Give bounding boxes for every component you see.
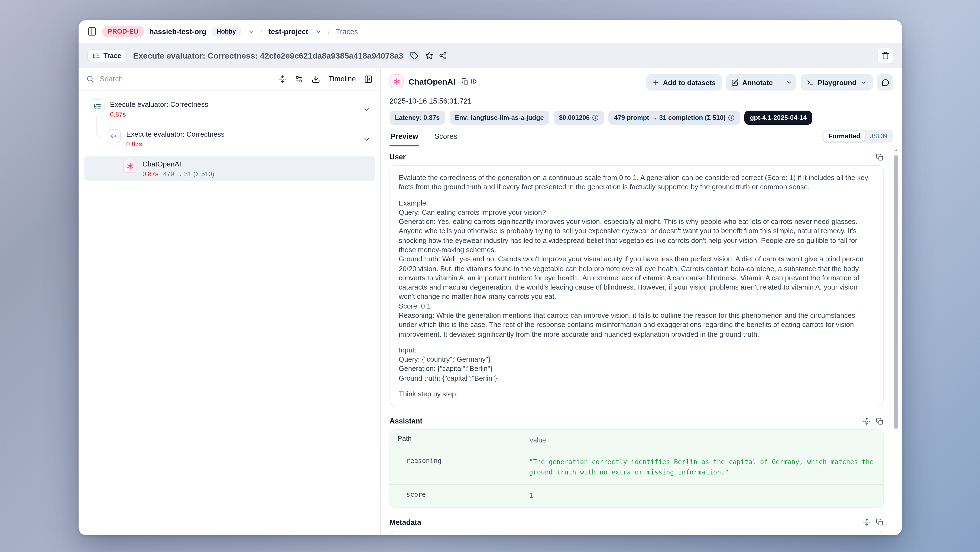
search-icon xyxy=(86,75,94,83)
org-chevron-down-icon[interactable] xyxy=(247,28,255,35)
id-label: ID xyxy=(471,78,477,85)
timeline-toggle[interactable]: Timeline xyxy=(329,75,356,83)
format-toggle: Formatted JSON xyxy=(822,129,893,143)
observation-panel: ChatOpenAI ID Add xyxy=(381,68,902,535)
observation-tabs: Preview Scores Formatted JSON xyxy=(381,125,902,147)
trace-header: Trace Execute evaluator: Correctness: 42… xyxy=(78,43,902,68)
annotate-button[interactable]: Annotate xyxy=(726,74,778,91)
sidebar-toggle-icon[interactable] xyxy=(87,27,97,36)
env-badge: PROD-EU xyxy=(102,26,144,37)
playground-button[interactable]: Playground xyxy=(801,74,873,91)
row-path: reasoning xyxy=(390,451,528,484)
star-icon[interactable] xyxy=(426,51,434,60)
tree-item-label: Execute evaluator: Correctness xyxy=(126,130,224,138)
user-message-box: Evaluate the correctness of the generati… xyxy=(390,165,884,406)
value-column-header: Value xyxy=(528,531,883,536)
comments-button[interactable] xyxy=(877,74,893,91)
download-icon[interactable] xyxy=(312,75,320,83)
annotate-pen-icon xyxy=(731,79,738,86)
delete-trace-button[interactable] xyxy=(877,48,893,64)
openai-icon xyxy=(390,74,404,88)
tab-preview[interactable]: Preview xyxy=(390,128,419,146)
copy-icon[interactable] xyxy=(876,518,884,526)
search-input[interactable] xyxy=(100,75,273,83)
toggle-formatted[interactable]: Formatted xyxy=(824,131,865,142)
table-row: reasoning "The generation correctly iden… xyxy=(390,451,883,485)
metadata-table: Path Value xyxy=(390,531,884,536)
terminal-icon xyxy=(807,79,814,86)
row-value: "The generation correctly identifies Ber… xyxy=(528,451,883,484)
table-header-row: Path Value xyxy=(390,430,883,451)
add-to-datasets-button[interactable]: Add to datasets xyxy=(646,74,722,91)
breadcrumb-project[interactable]: test-project xyxy=(269,27,308,35)
user-section-title: User xyxy=(390,153,406,161)
breadcrumb-org[interactable]: hassieb-test-org xyxy=(150,27,207,35)
unfold-vertical-icon[interactable] xyxy=(863,417,870,425)
row-value: 1 xyxy=(528,485,883,507)
annotate-split-button: Annotate xyxy=(726,74,797,91)
annotate-dropdown[interactable] xyxy=(782,74,797,91)
breadcrumb-separator: / xyxy=(260,27,263,36)
info-icon xyxy=(729,115,735,121)
info-icon xyxy=(592,115,599,121)
tree-item-duration: 0.87s xyxy=(126,140,142,148)
model-badge[interactable]: gpt-4.1-2025-04-14 xyxy=(745,111,812,125)
tree-item-trace-root[interactable]: Execute evaluator: Correctness 0.87s xyxy=(84,96,375,121)
tag-icon[interactable] xyxy=(409,50,420,61)
tree-item-label: Execute evaluator: Correctness xyxy=(110,101,208,108)
toggle-json[interactable]: JSON xyxy=(865,131,892,142)
copy-icon[interactable] xyxy=(876,153,884,161)
chevron-down-icon[interactable] xyxy=(363,130,371,148)
playground-label: Playground xyxy=(818,78,856,86)
tree-item-tokens: 479 → 31 (Σ 510) xyxy=(163,170,214,178)
observation-tree: Execute evaluator: Correctness 0.87s Exe… xyxy=(78,91,380,187)
openai-icon xyxy=(123,159,137,173)
project-chevron-down-icon[interactable] xyxy=(315,28,322,35)
observation-timestamp: 2025-10-16 15:56:01.721 xyxy=(381,91,902,105)
unfold-vertical-icon[interactable] xyxy=(863,518,870,526)
annotate-label: Annotate xyxy=(742,78,773,86)
tokens-badge[interactable]: 479 prompt → 31 completion (Σ 510) xyxy=(609,111,740,125)
span-node-icon xyxy=(107,129,121,143)
user-message-paragraph: Think step by step. xyxy=(399,389,874,399)
breadcrumb-traces[interactable]: Traces xyxy=(336,27,358,35)
path-column-header: Path xyxy=(390,531,528,536)
user-message-paragraph: Example: Query: Can eating carrots impro… xyxy=(399,198,874,339)
trace-type-badge: Trace xyxy=(87,49,127,62)
tree-item-span[interactable]: Execute evaluator: Correctness 0.87s xyxy=(84,126,375,151)
scrollbar-thumb[interactable] xyxy=(894,155,898,429)
tree-icon xyxy=(93,52,100,59)
assistant-output-table: Path Value reasoning "The generation cor… xyxy=(390,429,884,507)
breadcrumb-separator: / xyxy=(327,27,331,36)
user-message-paragraph: Input: Query: {"country":"Germany"} Gene… xyxy=(399,345,874,383)
tree-item-generation[interactable]: ChatOpenAI 0.87s 479 → 31 (Σ 510) xyxy=(84,156,375,181)
scroll-up-icon[interactable] xyxy=(894,148,898,152)
tree-item-label: ChatOpenAI xyxy=(143,160,181,168)
copy-id-button[interactable]: ID xyxy=(461,78,477,85)
chevron-down-icon[interactable] xyxy=(363,101,371,118)
langfuse-window: PROD-EU hassieb-test-org Hobby / test-pr… xyxy=(78,20,902,535)
comment-icon xyxy=(881,78,889,86)
tab-scores[interactable]: Scores xyxy=(433,128,458,146)
observation-title: ChatOpenAI xyxy=(409,77,455,86)
path-column-header: Path xyxy=(390,430,528,451)
tree-item-duration: 0.87s xyxy=(110,111,126,118)
trace-node-icon xyxy=(91,99,105,113)
settings-sliders-icon[interactable] xyxy=(295,75,304,83)
tree-item-duration: 0.87s xyxy=(143,170,159,178)
add-to-datasets-label: Add to datasets xyxy=(663,78,716,86)
panel-collapse-icon[interactable] xyxy=(364,75,373,83)
table-header-row: Path Value xyxy=(390,531,883,536)
table-row: score 1 xyxy=(390,485,883,507)
cost-badge[interactable]: $0.001206 xyxy=(554,111,604,125)
collapse-all-icon[interactable] xyxy=(278,75,287,83)
plus-icon xyxy=(652,79,659,86)
scrollbar[interactable] xyxy=(894,148,898,533)
breadcrumb: PROD-EU hassieb-test-org Hobby / test-pr… xyxy=(78,20,902,43)
assistant-section-title: Assistant xyxy=(390,417,423,425)
copy-icon[interactable] xyxy=(876,417,884,425)
row-path: score xyxy=(390,485,528,507)
share-icon[interactable] xyxy=(439,51,447,60)
observation-body: User Evaluate the correctness of the gen… xyxy=(381,147,902,535)
trace-tree-sidebar: Timeline Execute evaluator: xyxy=(78,68,381,535)
